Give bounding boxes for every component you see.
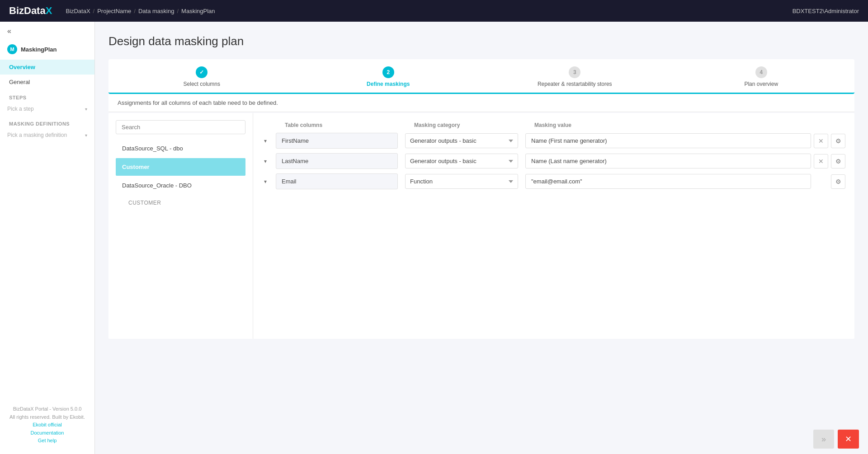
content-area: Design data masking plan ✓ Select column… [95, 22, 868, 454]
masking-value-wrap-firstname: ✕ ⚙ [525, 133, 845, 148]
chevron-lastname[interactable]: ▾ [262, 158, 269, 164]
step-3-label: Repeater & restartability stores [538, 81, 612, 87]
sidebar-pick-masking-label: Pick a masking definition [7, 132, 67, 138]
step-1-label: Select columns [184, 81, 220, 87]
next-button[interactable]: » [813, 430, 834, 449]
main-layout: « M MaskingPlan Overview General Steps P… [0, 22, 868, 454]
header-masking-value: Masking value [534, 122, 841, 128]
step-3-circle: 3 [569, 66, 580, 78]
logo-x: X [46, 5, 52, 17]
sidebar: « M MaskingPlan Overview General Steps P… [0, 22, 95, 454]
list-sub-customer: CUSTOMER [116, 195, 245, 211]
masking-category-firstname[interactable]: Generator outputs - basic Function Const… [405, 133, 518, 148]
sidebar-pick-step[interactable]: Pick a step ▾ [0, 102, 94, 116]
main-panel: DataSource_SQL - dbo Customer DataSource… [108, 113, 854, 339]
column-name-lastname: LastName [276, 153, 398, 169]
sidebar-steps-label: Steps [0, 89, 94, 102]
step-4-label: Plan overview [744, 81, 778, 87]
gear-button-lastname[interactable]: ⚙ [831, 154, 845, 168]
breadcrumb-item-1[interactable]: BizDataX [66, 8, 90, 14]
columns-header: Table columns Masking category Masking v… [262, 122, 845, 128]
breadcrumb-item-3[interactable]: Data masking [138, 8, 174, 14]
header-table-columns: Table columns [285, 122, 407, 128]
right-panel: Table columns Masking category Masking v… [253, 113, 854, 339]
step-1-circle: ✓ [196, 66, 208, 78]
sidebar-masking-defs-label: Masking definitions [0, 116, 94, 128]
column-name-email: Email [276, 173, 398, 189]
sidebar-project: M MaskingPlan [0, 41, 94, 60]
search-input[interactable] [116, 120, 245, 134]
sidebar-collapse-button[interactable]: « [0, 22, 94, 41]
step-2-label: Define maskings [367, 81, 410, 87]
info-bar: Assignments for all columns of each tabl… [108, 94, 854, 112]
masking-category-lastname[interactable]: Generator outputs - basic Function Const… [405, 154, 518, 168]
chevron-down-icon: ▾ [85, 107, 87, 112]
breadcrumb-sep-2: / [134, 8, 136, 14]
left-panel: DataSource_SQL - dbo Customer DataSource… [108, 113, 253, 339]
sidebar-footer: BizDataX Portal - Version 5.0.0 All righ… [0, 401, 94, 449]
chevron-down-icon-2: ▾ [85, 133, 87, 138]
masking-value-wrap-lastname: ✕ ⚙ [525, 154, 845, 168]
masking-row-firstname: ▾ FirstName Generator outputs - basic Fu… [262, 133, 845, 149]
step-select-columns[interactable]: ✓ Select columns [108, 59, 295, 93]
chevron-email[interactable]: ▾ [262, 178, 269, 185]
ekobit-link[interactable]: Ekobit official [7, 421, 87, 429]
sidebar-project-label: MaskingPlan [21, 46, 57, 53]
breadcrumb-item-2[interactable]: ProjectName [97, 8, 131, 14]
step-plan-overview[interactable]: 4 Plan overview [668, 59, 855, 93]
masking-row-lastname: ▾ LastName Generator outputs - basic Fun… [262, 153, 845, 169]
gear-button-email[interactable]: ⚙ [831, 174, 845, 189]
gear-button-firstname[interactable]: ⚙ [831, 134, 845, 148]
sidebar-item-general[interactable]: General [0, 75, 94, 89]
masking-row-email: ▾ Email Generator outputs - basic Functi… [262, 173, 845, 189]
rights-label: All rights reserved. Built by Ekobit. [9, 414, 85, 420]
user-label: BDXTEST2\Administrator [793, 8, 859, 14]
stepper: ✓ Select columns 2 Define maskings 3 Rep… [108, 59, 854, 94]
masking-category-email[interactable]: Generator outputs - basic Function Const… [405, 174, 518, 189]
logo: BizDataX [9, 5, 52, 17]
step-define-maskings[interactable]: 2 Define maskings [295, 59, 482, 93]
breadcrumb: BizDataX / ProjectName / Data masking / … [66, 8, 792, 14]
sidebar-pick-step-label: Pick a step [7, 106, 34, 112]
get-help-link[interactable]: Get help [7, 437, 87, 445]
column-name-firstname: FirstName [276, 133, 398, 149]
sidebar-item-overview[interactable]: Overview [0, 60, 94, 75]
masking-value-email[interactable] [525, 174, 811, 189]
masking-value-firstname[interactable] [525, 133, 811, 148]
breadcrumb-item-4[interactable]: MaskingPlan [181, 8, 215, 14]
version-label: BizDataX Portal - Version 5.0.0 [13, 406, 82, 412]
list-item-ds2[interactable]: DataSource_Oracle - DBO [116, 177, 245, 194]
step-4-circle: 4 [755, 66, 767, 78]
page-title: Design data masking plan [108, 34, 854, 48]
clear-button-lastname[interactable]: ✕ [814, 154, 828, 168]
breadcrumb-sep-3: / [177, 8, 179, 14]
masking-value-lastname[interactable] [525, 154, 811, 168]
list-item-ds1[interactable]: DataSource_SQL - dbo [116, 140, 245, 157]
clear-button-firstname[interactable]: ✕ [814, 134, 828, 148]
step-repeater-stores[interactable]: 3 Repeater & restartability stores [481, 59, 668, 93]
chevron-firstname[interactable]: ▾ [262, 138, 269, 144]
sidebar-pick-masking[interactable]: Pick a masking definition ▾ [0, 128, 94, 142]
step-2-circle: 2 [382, 66, 394, 78]
cancel-button[interactable]: ✕ [838, 430, 859, 449]
topnav: BizDataX BizDataX / ProjectName / Data m… [0, 0, 868, 22]
bottom-bar: » ✕ [804, 424, 868, 454]
list-item-customer[interactable]: Customer [116, 158, 245, 176]
documentation-link[interactable]: Documentation [7, 429, 87, 437]
header-masking-category: Masking category [414, 122, 527, 128]
breadcrumb-sep-1: / [93, 8, 95, 14]
project-icon: M [7, 44, 17, 54]
masking-value-wrap-email: ⚙ [525, 174, 845, 189]
